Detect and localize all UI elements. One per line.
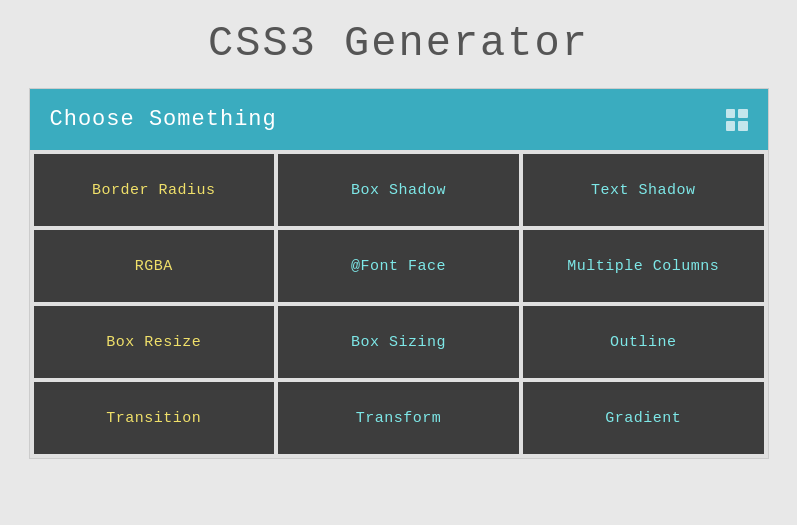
grid-item-box-sizing[interactable]: Box Sizing bbox=[278, 306, 519, 378]
grid-icon-cell-2 bbox=[738, 109, 748, 119]
grid-item-label-rgba: RGBA bbox=[135, 258, 173, 275]
grid-item-multiple-columns[interactable]: Multiple Columns bbox=[523, 230, 764, 302]
grid-item-label-box-sizing: Box Sizing bbox=[351, 334, 446, 351]
grid-item-label-transition: Transition bbox=[106, 410, 201, 427]
grid-item-gradient[interactable]: Gradient bbox=[523, 382, 764, 454]
grid-view-icon[interactable] bbox=[726, 109, 748, 131]
grid-item-label-transform: Transform bbox=[356, 410, 442, 427]
main-container: Choose Something Border RadiusBox Shadow… bbox=[29, 88, 769, 459]
grid-item-rgba[interactable]: RGBA bbox=[34, 230, 275, 302]
grid-item-label-box-shadow: Box Shadow bbox=[351, 182, 446, 199]
grid-item-text-shadow[interactable]: Text Shadow bbox=[523, 154, 764, 226]
grid-item-label-box-resize: Box Resize bbox=[106, 334, 201, 351]
grid-item-box-shadow[interactable]: Box Shadow bbox=[278, 154, 519, 226]
grid-item-label-multiple-columns: Multiple Columns bbox=[567, 258, 719, 275]
grid-icon-cell-1 bbox=[726, 109, 736, 119]
header-title: Choose Something bbox=[50, 107, 277, 132]
grid-item-label-border-radius: Border Radius bbox=[92, 182, 216, 199]
header-bar: Choose Something bbox=[30, 89, 768, 150]
grid-item-label-outline: Outline bbox=[610, 334, 677, 351]
items-grid: Border RadiusBox ShadowText ShadowRGBA@F… bbox=[30, 150, 768, 458]
grid-item-font-face[interactable]: @Font Face bbox=[278, 230, 519, 302]
grid-icon-cell-3 bbox=[726, 121, 736, 131]
grid-item-label-text-shadow: Text Shadow bbox=[591, 182, 696, 199]
page-title: CSS3 Generator bbox=[208, 20, 589, 68]
grid-item-outline[interactable]: Outline bbox=[523, 306, 764, 378]
grid-item-transform[interactable]: Transform bbox=[278, 382, 519, 454]
grid-item-label-gradient: Gradient bbox=[605, 410, 681, 427]
grid-item-label-font-face: @Font Face bbox=[351, 258, 446, 275]
grid-item-box-resize[interactable]: Box Resize bbox=[34, 306, 275, 378]
grid-item-transition[interactable]: Transition bbox=[34, 382, 275, 454]
grid-item-border-radius[interactable]: Border Radius bbox=[34, 154, 275, 226]
grid-icon-cell-4 bbox=[738, 121, 748, 131]
